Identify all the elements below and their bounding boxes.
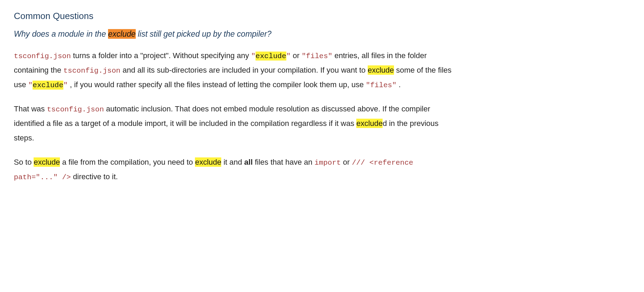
- text: it and: [221, 158, 244, 166]
- text: a file from the compilation, you need to: [60, 158, 195, 166]
- paragraph-3: So to exclude a file from the compilatio…: [14, 155, 457, 184]
- text: or: [341, 158, 352, 166]
- code-exclude-key: "exclude": [251, 52, 290, 61]
- code-files-key: "files": [366, 81, 397, 89]
- text: files that have an: [253, 158, 315, 166]
- text: or: [290, 51, 302, 60]
- search-hit-current: exclude: [108, 29, 135, 39]
- code-files-key: "files": [302, 52, 332, 60]
- section-heading: Common Questions: [14, 10, 457, 22]
- code-tsconfig: tsconfig.json: [47, 105, 104, 113]
- search-hit: exclude: [368, 65, 394, 75]
- search-hit: exclude: [256, 52, 286, 61]
- text: directive to it.: [71, 172, 118, 181]
- code-import: import: [314, 158, 341, 167]
- code-exclude-key: "exclude": [28, 81, 68, 90]
- question-heading: Why does a module in the exclude list st…: [14, 28, 457, 39]
- text: and all its sub-directories are included…: [120, 66, 368, 74]
- text: , if you would rather specify all the fi…: [68, 80, 366, 89]
- bold-all: all: [244, 158, 252, 166]
- quote-open: ": [28, 81, 33, 89]
- text: turns a folder into a "project". Without…: [71, 51, 251, 60]
- text: So to: [14, 158, 34, 166]
- text: That was: [14, 104, 47, 113]
- quote-close: ": [63, 81, 68, 89]
- text: .: [396, 80, 401, 89]
- search-hit: exclude: [33, 81, 63, 90]
- quote-close: ": [286, 52, 291, 60]
- paragraph-2: That was tsconfig.json automatic inclusi…: [14, 102, 457, 145]
- search-hit: exclude: [34, 157, 60, 167]
- search-hit: exclude: [195, 157, 221, 167]
- paragraph-1: tsconfig.json turns a folder into a "pro…: [14, 48, 457, 92]
- question-text-pre: Why does a module in the: [14, 29, 108, 38]
- code-tsconfig: tsconfig.json: [63, 66, 120, 75]
- code-tsconfig: tsconfig.json: [14, 52, 71, 60]
- question-text-post: list still get picked up by the compiler…: [136, 29, 271, 38]
- quote-open: ": [251, 52, 256, 60]
- search-hit: exclude: [356, 119, 383, 128]
